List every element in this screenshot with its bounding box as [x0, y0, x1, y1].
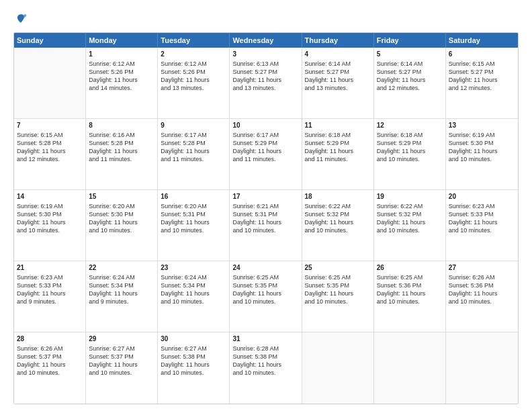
cal-cell-2: 2Sunrise: 6:12 AMSunset: 5:26 PMDaylight…	[158, 48, 230, 118]
sunset-line: Sunset: 5:34 PM	[89, 281, 154, 289]
sunset-line: Sunset: 5:36 PM	[449, 281, 515, 289]
day-number: 15	[89, 192, 154, 201]
header-cell-thursday: Thursday	[302, 33, 374, 48]
daylight-line1: Daylight: 11 hours	[161, 361, 226, 369]
day-number: 4	[305, 50, 371, 59]
day-number: 6	[449, 50, 515, 59]
sunset-line: Sunset: 5:30 PM	[449, 139, 515, 147]
sunrise-line: Sunrise: 6:21 AM	[232, 202, 298, 210]
daylight-line2: and 10 minutes.	[232, 369, 298, 377]
sunrise-line: Sunrise: 6:17 AM	[161, 131, 226, 139]
sunrise-line: Sunrise: 6:22 AM	[377, 202, 443, 210]
cal-cell-24: 24Sunrise: 6:25 AMSunset: 5:35 PMDayligh…	[230, 261, 302, 332]
day-number: 26	[377, 263, 443, 273]
sunset-line: Sunset: 5:34 PM	[161, 281, 226, 289]
day-number: 5	[377, 50, 443, 59]
daylight-line2: and 10 minutes.	[161, 369, 226, 377]
day-number: 1	[89, 50, 154, 59]
week-row-3: 14Sunrise: 6:19 AMSunset: 5:30 PMDayligh…	[14, 190, 518, 261]
daylight-line1: Daylight: 11 hours	[232, 289, 298, 298]
sunset-line: Sunset: 5:33 PM	[449, 210, 515, 218]
daylight-line2: and 11 minutes.	[232, 155, 298, 163]
sunset-line: Sunset: 5:32 PM	[305, 210, 371, 218]
day-number: 31	[232, 334, 298, 344]
day-number: 9	[161, 121, 226, 130]
daylight-line1: Daylight: 11 hours	[89, 76, 154, 84]
daylight-line2: and 10 minutes.	[161, 298, 226, 306]
cal-cell-23: 23Sunrise: 6:24 AMSunset: 5:34 PMDayligh…	[158, 261, 230, 332]
sunrise-line: Sunrise: 6:28 AM	[232, 345, 298, 353]
daylight-line2: and 11 minutes.	[161, 155, 226, 163]
logo	[13, 12, 31, 27]
sunrise-line: Sunrise: 6:19 AM	[449, 131, 515, 139]
sunrise-line: Sunrise: 6:14 AM	[305, 60, 371, 68]
cal-cell-6: 6Sunrise: 6:15 AMSunset: 5:27 PMDaylight…	[446, 48, 518, 118]
sunset-line: Sunset: 5:28 PM	[161, 139, 226, 147]
daylight-line1: Daylight: 11 hours	[89, 289, 154, 298]
day-number: 27	[449, 263, 515, 273]
sunset-line: Sunset: 5:26 PM	[89, 68, 154, 76]
daylight-line2: and 10 minutes.	[377, 226, 443, 234]
daylight-line2: and 10 minutes.	[305, 226, 371, 234]
daylight-line1: Daylight: 11 hours	[89, 361, 154, 369]
week-row-5: 28Sunrise: 6:26 AMSunset: 5:37 PMDayligh…	[14, 332, 518, 404]
cal-cell-9: 9Sunrise: 6:17 AMSunset: 5:28 PMDaylight…	[158, 119, 230, 189]
sunrise-line: Sunrise: 6:24 AM	[161, 273, 226, 281]
daylight-line1: Daylight: 11 hours	[161, 218, 226, 226]
sunset-line: Sunset: 5:36 PM	[377, 281, 443, 289]
sunset-line: Sunset: 5:37 PM	[89, 353, 154, 361]
sunrise-line: Sunrise: 6:22 AM	[305, 202, 371, 210]
day-number: 14	[17, 192, 83, 201]
daylight-line2: and 12 minutes.	[17, 155, 83, 163]
daylight-line1: Daylight: 11 hours	[305, 76, 371, 84]
daylight-line2: and 10 minutes.	[377, 298, 443, 306]
cal-cell-31: 31Sunrise: 6:28 AMSunset: 5:38 PMDayligh…	[230, 332, 302, 404]
sunset-line: Sunset: 5:38 PM	[232, 353, 298, 361]
cal-cell-4: 4Sunrise: 6:14 AMSunset: 5:27 PMDaylight…	[302, 48, 374, 118]
day-number: 16	[161, 192, 226, 201]
daylight-line1: Daylight: 11 hours	[449, 147, 515, 155]
sunrise-line: Sunrise: 6:27 AM	[89, 345, 154, 353]
daylight-line1: Daylight: 11 hours	[161, 289, 226, 298]
daylight-line2: and 10 minutes.	[449, 155, 515, 163]
sunrise-line: Sunrise: 6:25 AM	[305, 273, 371, 281]
daylight-line2: and 10 minutes.	[377, 155, 443, 163]
cal-cell-11: 11Sunrise: 6:18 AMSunset: 5:29 PMDayligh…	[302, 119, 374, 189]
sunset-line: Sunset: 5:27 PM	[232, 68, 298, 76]
header-cell-sunday: Sunday	[14, 33, 86, 48]
cal-cell-empty-4-6	[446, 332, 518, 404]
sunrise-line: Sunrise: 6:12 AM	[161, 60, 226, 68]
sunrise-line: Sunrise: 6:27 AM	[161, 345, 226, 353]
sunrise-line: Sunrise: 6:20 AM	[161, 202, 226, 210]
sunrise-line: Sunrise: 6:16 AM	[89, 131, 154, 139]
daylight-line1: Daylight: 11 hours	[232, 361, 298, 369]
daylight-line1: Daylight: 11 hours	[377, 289, 443, 298]
sunrise-line: Sunrise: 6:13 AM	[232, 60, 298, 68]
week-row-4: 21Sunrise: 6:23 AMSunset: 5:33 PMDayligh…	[14, 261, 518, 332]
cal-cell-10: 10Sunrise: 6:17 AMSunset: 5:29 PMDayligh…	[230, 119, 302, 189]
sunset-line: Sunset: 5:31 PM	[232, 210, 298, 218]
day-number: 20	[449, 192, 515, 201]
cal-cell-20: 20Sunrise: 6:23 AMSunset: 5:33 PMDayligh…	[446, 190, 518, 261]
cal-cell-13: 13Sunrise: 6:19 AMSunset: 5:30 PMDayligh…	[446, 119, 518, 189]
daylight-line2: and 10 minutes.	[17, 369, 83, 377]
daylight-line2: and 13 minutes.	[161, 84, 226, 92]
cal-cell-17: 17Sunrise: 6:21 AMSunset: 5:31 PMDayligh…	[230, 190, 302, 261]
day-number: 13	[449, 121, 515, 130]
header	[13, 12, 519, 27]
cal-cell-5: 5Sunrise: 6:14 AMSunset: 5:27 PMDaylight…	[374, 48, 446, 118]
cal-cell-16: 16Sunrise: 6:20 AMSunset: 5:31 PMDayligh…	[158, 190, 230, 261]
cal-cell-21: 21Sunrise: 6:23 AMSunset: 5:33 PMDayligh…	[14, 261, 86, 332]
week-row-2: 7Sunrise: 6:15 AMSunset: 5:28 PMDaylight…	[14, 119, 518, 190]
daylight-line1: Daylight: 11 hours	[449, 76, 515, 84]
cal-cell-26: 26Sunrise: 6:25 AMSunset: 5:36 PMDayligh…	[374, 261, 446, 332]
daylight-line2: and 10 minutes.	[89, 226, 154, 234]
daylight-line2: and 12 minutes.	[377, 84, 443, 92]
day-number: 19	[377, 192, 443, 201]
daylight-line2: and 11 minutes.	[89, 155, 154, 163]
cal-cell-29: 29Sunrise: 6:27 AMSunset: 5:37 PMDayligh…	[86, 332, 158, 404]
daylight-line2: and 13 minutes.	[232, 84, 298, 92]
day-number: 22	[89, 263, 154, 273]
cal-cell-empty-4-4	[302, 332, 374, 404]
daylight-line1: Daylight: 11 hours	[17, 361, 83, 369]
